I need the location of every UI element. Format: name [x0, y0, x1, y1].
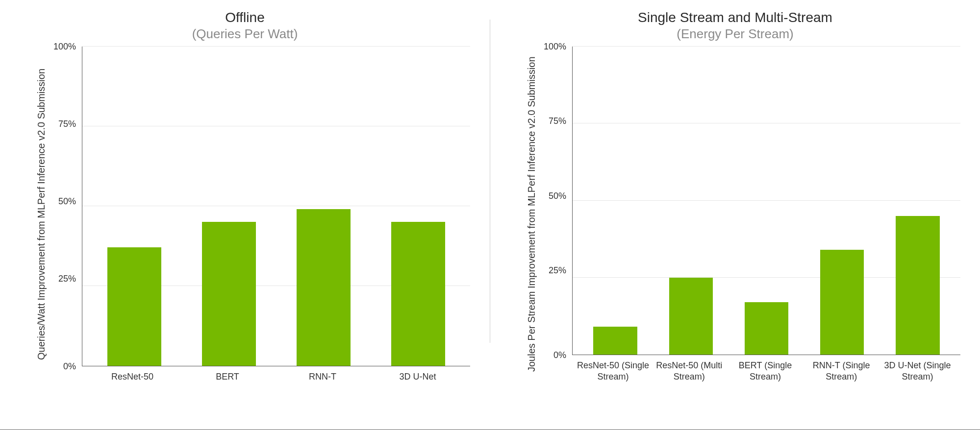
bar-3dunet-single: [896, 216, 939, 355]
plot-wrap: Queries/Watt Improvement from MLPerf Inf…: [0, 47, 490, 382]
chart-subtitle: (Queries Per Watt): [0, 26, 490, 42]
bar-bert: [202, 222, 256, 365]
bar-bert-single: [745, 302, 788, 355]
bar-slot: [371, 47, 465, 366]
chart-stream: Single Stream and Multi-Stream (Energy P…: [490, 10, 980, 382]
x-tick-label: 3D U-Net: [370, 371, 465, 382]
y-tick-label: 50%: [549, 191, 566, 201]
x-tick-label: 3D U-Net (Single Stream): [879, 360, 955, 382]
chart-title-block: Single Stream and Multi-Stream (Energy P…: [490, 10, 980, 42]
plot-body: 100% 75% 50% 25% 0%: [544, 47, 960, 382]
bars: [82, 47, 470, 366]
chart-title: Single Stream and Multi-Stream: [490, 10, 980, 25]
chart-subtitle: (Energy Per Stream): [490, 26, 980, 42]
bar-slot: [87, 47, 182, 366]
x-tick-label: ResNet-50 (Multi Stream): [651, 360, 727, 382]
chart-title-block: Offline (Queries Per Watt): [0, 10, 490, 42]
grid-area: 100% 75% 50% 25% 0%: [53, 47, 470, 366]
bars: [573, 47, 960, 355]
bar-rnnt: [297, 209, 351, 365]
bar-slot: [182, 47, 276, 366]
grid-area: 100% 75% 50% 25% 0%: [544, 47, 960, 355]
y-tick-label: 25%: [58, 273, 76, 284]
x-tick-label: ResNet-50 (Single Stream): [575, 360, 651, 382]
y-axis-label: Joules Per Stream Improvement from MLPer…: [520, 47, 544, 382]
x-ticks: ResNet-50 (Single Stream) ResNet-50 (Mul…: [544, 355, 960, 382]
x-tick-label: RNN-T: [275, 371, 370, 382]
bar-resnet50-multi: [669, 278, 713, 355]
y-tick-label: 50%: [58, 196, 76, 206]
bars-region: [82, 47, 470, 366]
y-axis-label: Queries/Watt Improvement from MLPerf Inf…: [29, 47, 53, 382]
bar-resnet50-single: [593, 327, 637, 355]
bar-slot: [653, 47, 729, 355]
x-tick-label: BERT: [180, 371, 275, 382]
bars-region: [572, 47, 960, 355]
x-tick-label: BERT (Single Stream): [727, 360, 803, 382]
y-tick-label: 100%: [53, 42, 76, 52]
x-tick-label: RNN-T (Single Stream): [804, 360, 879, 382]
bar-slot: [729, 47, 804, 355]
chart-offline: Offline (Queries Per Watt) Queries/Watt …: [0, 10, 490, 382]
y-tick-label: 75%: [549, 116, 566, 126]
y-tick-label: 0%: [63, 361, 76, 371]
bar-3dunet: [391, 222, 445, 365]
y-tick-label: 25%: [549, 265, 566, 275]
y-tick-label: 75%: [58, 119, 76, 129]
y-tick-label: 100%: [544, 42, 566, 52]
chart-title: Offline: [0, 10, 490, 25]
bar-slot: [276, 47, 371, 366]
bar-slot: [578, 47, 653, 355]
bar-resnet50: [107, 247, 161, 365]
bar-slot: [804, 47, 880, 355]
y-ticks: 100% 75% 50% 25% 0%: [544, 47, 572, 355]
y-ticks: 100% 75% 50% 25% 0%: [53, 47, 82, 366]
charts-row: Offline (Queries Per Watt) Queries/Watt …: [0, 0, 980, 382]
bar-slot: [880, 47, 955, 355]
plot-body: 100% 75% 50% 25% 0%: [53, 47, 470, 382]
plot-wrap: Joules Per Stream Improvement from MLPer…: [490, 47, 980, 382]
x-tick-label: ResNet-50: [85, 371, 180, 382]
x-ticks: ResNet-50 BERT RNN-T 3D U-Net: [53, 366, 470, 382]
bar-rnnt-single: [820, 250, 864, 355]
y-tick-label: 0%: [553, 350, 566, 360]
